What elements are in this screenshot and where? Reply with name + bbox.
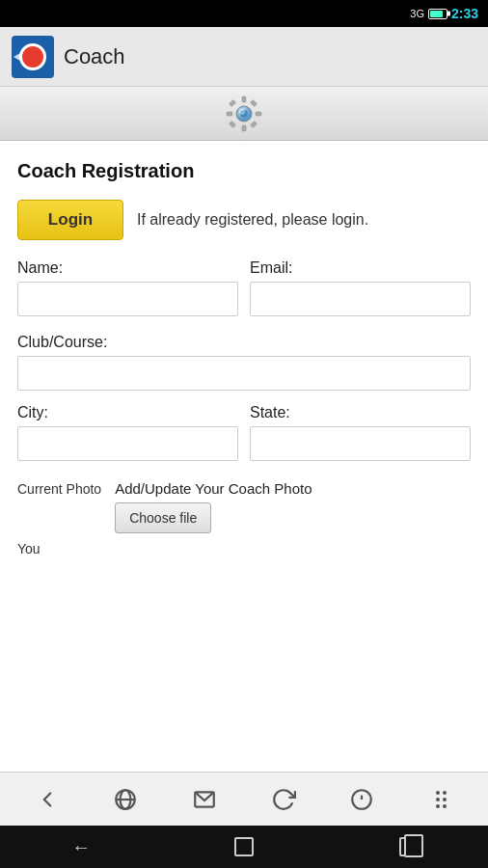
current-photo-label: Current Photo <box>17 480 101 498</box>
svg-rect-7 <box>250 99 257 106</box>
state-group: State: <box>250 404 471 461</box>
android-home-button[interactable] <box>223 826 265 868</box>
android-nav-bar: ← <box>0 826 488 868</box>
signal-icon: 3G <box>410 8 424 19</box>
info-icon <box>349 787 374 812</box>
name-email-row: Name: Email: <box>17 259 471 330</box>
info-nav-button[interactable] <box>340 778 383 821</box>
more-icon <box>436 791 447 808</box>
globe-icon <box>113 787 138 812</box>
android-recent-button[interactable] <box>386 826 428 868</box>
name-label: Name: <box>17 259 238 277</box>
svg-rect-5 <box>256 112 261 116</box>
email-group: Email: <box>250 259 471 316</box>
club-label: Club/Course: <box>17 334 471 351</box>
more-nav-button[interactable] <box>420 778 462 821</box>
email-input[interactable] <box>250 282 471 316</box>
page-title: Coach Registration <box>17 160 471 182</box>
choose-file-button[interactable]: Choose file <box>115 502 211 533</box>
mail-icon <box>192 787 217 812</box>
club-input[interactable] <box>17 356 471 391</box>
gear-toolbar <box>0 87 488 141</box>
svg-rect-8 <box>229 121 235 127</box>
svg-rect-4 <box>227 112 232 116</box>
city-state-row: City: State: <box>17 404 471 475</box>
android-back-button[interactable]: ← <box>60 826 102 868</box>
svg-rect-6 <box>229 99 235 106</box>
email-label: Email: <box>250 259 471 277</box>
login-button[interactable]: Login <box>17 200 123 240</box>
android-home-icon <box>234 837 254 856</box>
state-label: State: <box>250 404 471 421</box>
app-logo <box>12 36 54 78</box>
photo-area: Add/Update Your Coach Photo Choose file <box>115 480 471 533</box>
app-title: Coach <box>64 44 125 69</box>
photo-row: Current Photo Add/Update Your Coach Phot… <box>17 480 471 533</box>
login-description: If already registered, please login. <box>137 209 471 231</box>
status-bar: 3G 2:33 <box>0 0 488 27</box>
club-group: Club/Course: <box>17 334 471 404</box>
main-content: Coach Registration Login If already regi… <box>0 141 488 772</box>
globe-nav-button[interactable] <box>104 778 147 821</box>
name-group: Name: <box>17 259 238 316</box>
city-label: City: <box>17 404 238 421</box>
photo-description: Add/Update Your Coach Photo <box>115 480 471 497</box>
android-back-icon: ← <box>71 836 91 858</box>
gear-icon <box>223 93 265 135</box>
city-group: City: <box>17 404 238 461</box>
svg-rect-9 <box>250 121 257 127</box>
back-icon <box>35 787 60 812</box>
svg-rect-2 <box>242 96 246 102</box>
city-input[interactable] <box>17 426 238 461</box>
mail-nav-button[interactable] <box>183 778 226 821</box>
svg-rect-3 <box>242 125 246 131</box>
battery-icon <box>428 9 447 19</box>
android-recent-icon <box>399 837 415 856</box>
back-nav-button[interactable] <box>26 778 68 821</box>
refresh-nav-button[interactable] <box>262 778 305 821</box>
name-input[interactable] <box>17 282 238 316</box>
bottom-nav-bar <box>0 772 488 826</box>
login-row: Login If already registered, please logi… <box>17 200 471 240</box>
time-display: 2:33 <box>451 6 478 21</box>
you-label: You <box>17 541 471 556</box>
svg-point-10 <box>239 109 245 115</box>
state-input[interactable] <box>250 426 471 461</box>
refresh-icon <box>271 787 296 812</box>
app-header: Coach <box>0 27 488 87</box>
